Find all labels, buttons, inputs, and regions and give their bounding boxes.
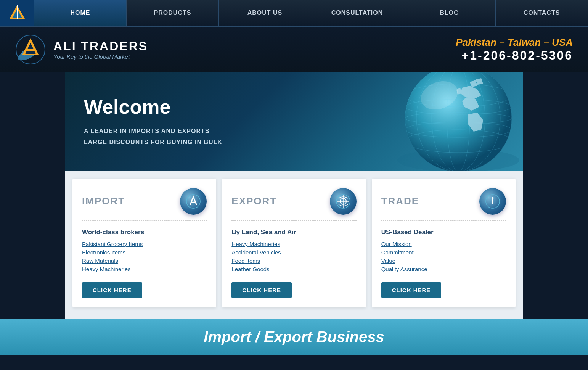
nav-logo <box>0 0 34 26</box>
nav-about[interactable]: ABOUT US <box>219 0 311 26</box>
export-subtitle: By Land, Sea and Air <box>231 228 356 236</box>
list-item: Pakistani Grocery Items <box>82 241 207 248</box>
list-item: Electronics Items <box>82 249 207 256</box>
trade-title: TRADE <box>381 195 419 207</box>
trade-link-2[interactable]: Commitment <box>381 249 414 256</box>
import-subtitle: World-class brokers <box>82 228 207 236</box>
trade-click-button[interactable]: CLICK HERE <box>381 282 442 298</box>
trade-card-header: TRADE i <box>381 188 506 215</box>
trade-link-1[interactable]: Our Mission <box>381 241 412 247</box>
logo-icon <box>15 34 46 65</box>
svg-rect-7 <box>26 49 35 51</box>
export-card: EXPORT By Land, Sea and Air Heavy Machin… <box>222 179 366 307</box>
hero-line2: LARGE DISCOUNTS FOR BUYING IN BULK <box>84 137 504 148</box>
list-item: Value <box>381 257 506 264</box>
trade-divider <box>381 220 506 221</box>
export-click-button[interactable]: CLICK HERE <box>231 282 292 298</box>
hero-line1: A LEADER IN IMPORTS AND EXPORTS <box>84 126 504 137</box>
list-item: Quality Assurance <box>381 266 506 273</box>
list-item: Heavy Machineries <box>231 241 356 248</box>
header-left: ALI TRADERS Your Key to the Global Marke… <box>15 34 148 65</box>
trade-link-3[interactable]: Value <box>381 257 395 264</box>
export-link-4[interactable]: Leather Goods <box>231 266 269 272</box>
navigation: HOME PRODUCTS ABOUT US CONSULTATION BLOG… <box>0 0 588 27</box>
site-header: ALI TRADERS Your Key to the Global Marke… <box>0 27 588 72</box>
nav-consultation[interactable]: CONSULTATION <box>311 0 403 26</box>
import-card: IMPORT World-class brokers Pakistani Gro… <box>72 179 216 307</box>
logo-icon <box>8 3 27 23</box>
nav-products[interactable]: PRODUCTS <box>127 0 219 26</box>
import-link-3[interactable]: Raw Materials <box>82 257 118 264</box>
list-item: Food Items <box>231 257 356 264</box>
phone-number: +1-206-802-5306 <box>456 48 573 63</box>
trade-subtitle: US-Based Dealer <box>381 228 506 236</box>
import-title: IMPORT <box>82 195 125 207</box>
footer-banner: Import / Export Business <box>0 319 588 355</box>
import-click-button[interactable]: CLICK HERE <box>82 282 142 298</box>
export-title: EXPORT <box>231 195 277 207</box>
export-divider <box>231 220 356 221</box>
export-link-3[interactable]: Food Items <box>231 257 260 264</box>
import-link-4[interactable]: Heavy Machineries <box>82 266 131 272</box>
nav-home[interactable]: HOME <box>34 0 127 26</box>
header-right: Pakistan – Taiwan – USA +1-206-802-5306 <box>456 37 573 63</box>
countries-text: Pakistan – Taiwan – USA <box>456 37 573 48</box>
nav-items: HOME PRODUCTS ABOUT US CONSULTATION BLOG… <box>34 0 588 26</box>
footer-text: Import / Export Business <box>10 328 578 346</box>
trade-link-4[interactable]: Quality Assurance <box>381 266 427 272</box>
import-link-1[interactable]: Pakistani Grocery Items <box>82 241 143 247</box>
list-item: Leather Goods <box>231 266 356 273</box>
cards-section: IMPORT World-class brokers Pakistani Gro… <box>65 171 523 319</box>
export-link-2[interactable]: Accidental Vehicles <box>231 249 281 256</box>
list-item: Heavy Machineries <box>82 266 207 273</box>
hero-banner: Welcome A LEADER IN IMPORTS AND EXPORTS … <box>65 72 523 171</box>
trade-card: TRADE i US-Based Dealer Our Mission Comm… <box>372 179 516 307</box>
list-item: Commitment <box>381 249 506 256</box>
nav-contacts[interactable]: CONTACTS <box>496 0 588 26</box>
nav-blog[interactable]: BLOG <box>403 0 496 26</box>
list-item: Raw Materials <box>82 257 207 264</box>
brand-tagline: Your Key to the Global Market <box>53 53 148 60</box>
brand-name: ALI TRADERS <box>53 39 148 53</box>
import-link-2[interactable]: Electronics Items <box>82 249 125 256</box>
hero-content: Welcome A LEADER IN IMPORTS AND EXPORTS … <box>84 95 504 148</box>
trade-icon: i <box>479 188 506 215</box>
logo-text: ALI TRADERS Your Key to the Global Marke… <box>53 39 148 60</box>
import-links: Pakistani Grocery Items Electronics Item… <box>82 241 207 273</box>
import-card-header: IMPORT <box>82 188 207 215</box>
export-icon <box>330 188 357 215</box>
import-divider <box>82 220 207 221</box>
hero-title: Welcome <box>84 95 504 118</box>
list-item: Accidental Vehicles <box>231 249 356 256</box>
export-link-1[interactable]: Heavy Machineries <box>231 241 280 247</box>
import-icon <box>180 188 207 215</box>
trade-links: Our Mission Commitment Value Quality Ass… <box>381 241 506 273</box>
export-links: Heavy Machineries Accidental Vehicles Fo… <box>231 241 356 273</box>
svg-point-30 <box>492 197 493 199</box>
export-card-header: EXPORT <box>231 188 356 215</box>
list-item: Our Mission <box>381 241 506 248</box>
